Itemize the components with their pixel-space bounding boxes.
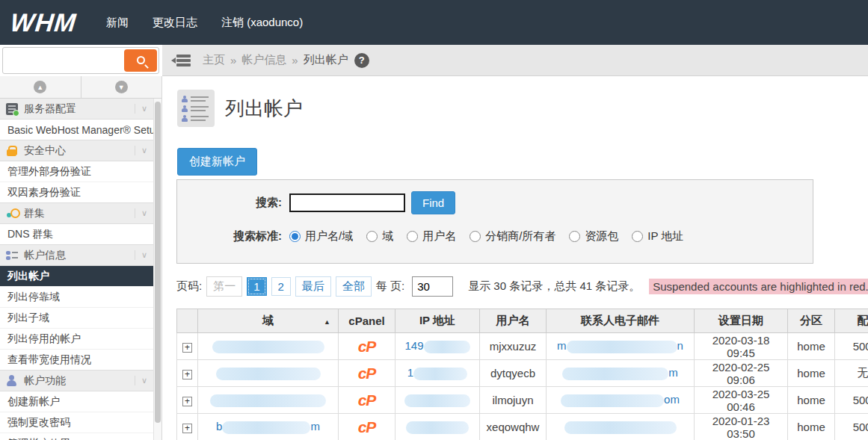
sidebar-item-list-suspended[interactable]: 列出停用的帐户 xyxy=(0,329,153,350)
sidebar-item-two-factor-auth[interactable]: 双因素身份验证 xyxy=(0,182,153,203)
column-username[interactable]: 用户名 xyxy=(480,309,547,333)
chevron-down-icon[interactable]: ∨ xyxy=(135,250,147,260)
expand-all-button[interactable]: ▼ xyxy=(81,76,162,98)
setup-date-cell: 2020-02-25 09:06 xyxy=(695,360,788,387)
sidebar-item-force-password-change[interactable]: 强制更改密码 xyxy=(0,412,153,433)
collapse-all-button[interactable]: ▲ xyxy=(0,76,81,98)
partition-cell: home xyxy=(788,360,835,387)
domain-cell[interactable] xyxy=(198,360,339,387)
redacted-ip xyxy=(424,341,470,353)
page-header: 列出帐户 xyxy=(177,90,303,127)
expand-row-button[interactable]: + xyxy=(182,424,192,433)
per-page-input[interactable] xyxy=(412,276,453,297)
cpanel-logo-icon[interactable]: cP xyxy=(358,365,376,382)
sidebar-section-security-center[interactable]: 安全中心 ∨ xyxy=(0,140,153,161)
create-account-button[interactable]: 创建新帐户 xyxy=(177,148,257,176)
find-button[interactable]: Find xyxy=(411,191,455,214)
sidebar-section-server-config[interactable]: 服务器配置 ∨ xyxy=(0,99,153,120)
table-row: + bm cP xeqowqhw 2020-01-23 03:50 home 5… xyxy=(177,414,868,440)
sidebar-section-clusters[interactable]: 群集 ∨ xyxy=(0,202,153,224)
per-page-label: 每 页: xyxy=(376,279,404,294)
radio-domain[interactable]: 域 xyxy=(366,229,393,244)
breadcrumb-account-info[interactable]: 帐户信息 xyxy=(241,53,286,67)
domain-cell[interactable] xyxy=(198,387,339,414)
expand-row-button[interactable]: + xyxy=(182,370,192,379)
radio-icon xyxy=(366,231,378,242)
sidebar-item-list-parked-domains[interactable]: 列出停靠域 xyxy=(0,287,153,308)
sidebar-accordion-controls: ▲ ▼ xyxy=(0,76,161,99)
sidebar-item-view-bandwidth[interactable]: 查看带宽使用情况 xyxy=(0,350,153,371)
quickfind-input[interactable] xyxy=(4,49,124,72)
username-cell: dytqyecb xyxy=(480,360,547,387)
sidebar-section-account-functions[interactable]: 帐户功能 ∨ xyxy=(0,370,153,391)
nav-changelog[interactable]: 更改日志 xyxy=(141,0,209,45)
main-content: 列出帐户 创建新帐户 搜索: Find 搜索标准: 用户名/域 域 用户名 分销… xyxy=(162,76,868,440)
email-cell xyxy=(547,414,695,440)
chevron-down-icon[interactable]: ∨ xyxy=(135,376,147,385)
username-cell: ilmojuyn xyxy=(480,387,547,414)
whm-screen: WHM 新闻 更改日志 注销 (xaodunco) 主页 » 帐户信息 » xyxy=(0,0,868,440)
quickfind-search-button[interactable] xyxy=(124,49,157,72)
account-search-input[interactable] xyxy=(289,193,405,212)
last-page-button[interactable]: 最后 xyxy=(295,276,331,297)
radio-ip-address[interactable]: IP 地址 xyxy=(632,229,683,244)
sidebar-item-external-auth[interactable]: 管理外部身份验证 xyxy=(0,161,153,182)
hamburger-icon xyxy=(176,55,191,58)
column-email[interactable]: 联系人电子邮件 xyxy=(547,309,695,333)
sidebar-collapse-icon[interactable] xyxy=(171,54,191,67)
ip-cell xyxy=(395,387,480,414)
sidebar-item-list-accounts[interactable]: 列出帐户 xyxy=(0,266,153,287)
nav-logout[interactable]: 注销 (xaodunco) xyxy=(209,0,315,45)
redacted-ip xyxy=(406,421,469,434)
username-cell: xeqowqhw xyxy=(480,414,547,440)
expand-row-button[interactable]: + xyxy=(182,343,192,353)
sidebar-scrollbar[interactable] xyxy=(153,99,161,440)
ip-cell xyxy=(395,414,480,440)
breadcrumb-home[interactable]: 主页 xyxy=(203,53,225,67)
cpanel-logo-icon[interactable]: cP xyxy=(358,338,376,355)
radio-package[interactable]: 资源包 xyxy=(569,229,618,244)
column-ip[interactable]: IP 地址 xyxy=(395,309,480,333)
domain-cell[interactable] xyxy=(198,333,339,360)
sidebar-item-create-account[interactable]: 创建新帐户 xyxy=(0,391,153,412)
sidebar-item-dns-cluster[interactable]: DNS 群集 xyxy=(0,224,153,245)
search-criteria-options: 用户名/域 域 用户名 分销商/所有者 资源包 IP 地址 xyxy=(289,229,683,244)
column-setup-date[interactable]: 设置日期 xyxy=(695,309,788,333)
pagination-bar: 页码: 第一 1 2 最后 全部 每 页: 显示 30 条记录，总共 41 条记… xyxy=(176,276,868,297)
expand-row-button[interactable]: + xyxy=(182,397,192,406)
setup-date-cell: 2020-03-18 09:45 xyxy=(695,333,788,360)
quota-cell: 无限 xyxy=(835,360,868,387)
sidebar-item-list-subdomains[interactable]: 列出子域 xyxy=(0,308,153,329)
sort-asc-icon: ▲ xyxy=(324,318,330,326)
page-2-button[interactable]: 2 xyxy=(271,277,291,296)
radio-reseller-owner[interactable]: 分销商/所有者 xyxy=(470,229,555,244)
column-domain[interactable]: 域▲ xyxy=(198,309,339,333)
column-cpanel[interactable]: cPanel xyxy=(339,309,395,333)
pagination-label: 页码: xyxy=(176,279,202,294)
page-1-button[interactable]: 1 xyxy=(247,277,266,296)
cpanel-logo-icon[interactable]: cP xyxy=(358,418,376,436)
partition-cell: home xyxy=(788,333,835,360)
sidebar-item-manage-account-usage[interactable]: 管理帐户使用 xyxy=(0,433,153,440)
domain-cell[interactable]: bm xyxy=(198,414,339,440)
column-partition[interactable]: 分区 xyxy=(788,309,835,333)
whm-logo[interactable]: WHM xyxy=(9,8,78,37)
scrollbar-thumb[interactable] xyxy=(155,102,161,423)
sidebar-item-basic-setup[interactable]: Basic WebHost Manager® Setup xyxy=(0,120,153,140)
chevron-down-icon[interactable]: ∨ xyxy=(135,208,147,218)
chevron-down-icon[interactable]: ∨ xyxy=(135,104,147,114)
redacted-email xyxy=(561,394,664,407)
email-cell: mn xyxy=(547,333,695,360)
column-quota[interactable]: 配额 xyxy=(835,309,868,333)
all-pages-button[interactable]: 全部 xyxy=(336,276,372,297)
search-criteria-label: 搜索标准: xyxy=(177,229,282,244)
nav-news[interactable]: 新闻 xyxy=(94,0,141,45)
radio-selected-icon xyxy=(289,231,301,242)
email-cell: m xyxy=(547,360,695,387)
cpanel-logo-icon[interactable]: cP xyxy=(358,391,376,409)
sidebar-section-account-info[interactable]: 帐户信息 ∨ xyxy=(0,244,153,266)
help-icon[interactable]: ? xyxy=(354,53,369,68)
radio-username[interactable]: 用户名 xyxy=(407,229,456,244)
radio-username-domain[interactable]: 用户名/域 xyxy=(289,229,353,244)
chevron-down-icon[interactable]: ∨ xyxy=(135,146,147,155)
